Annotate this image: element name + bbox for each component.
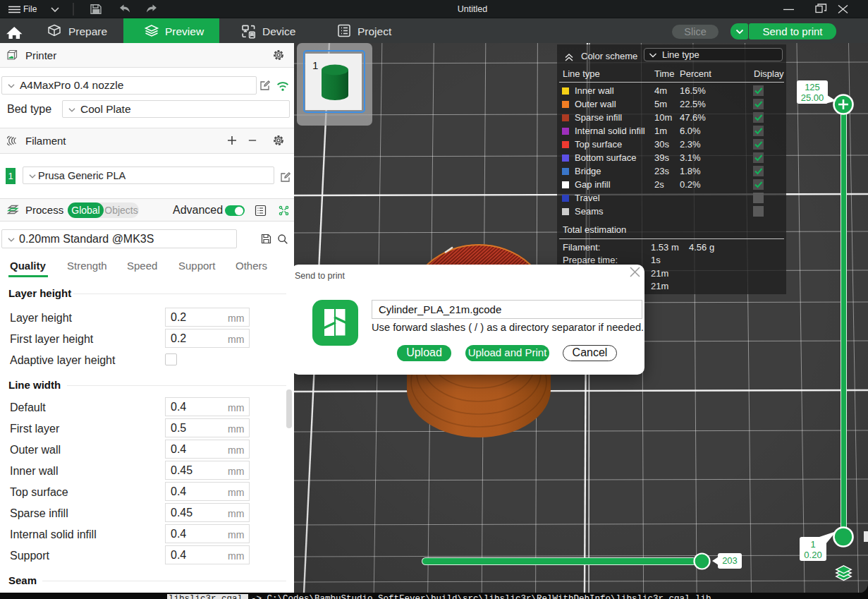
svg-text:File: File <box>23 4 37 14</box>
